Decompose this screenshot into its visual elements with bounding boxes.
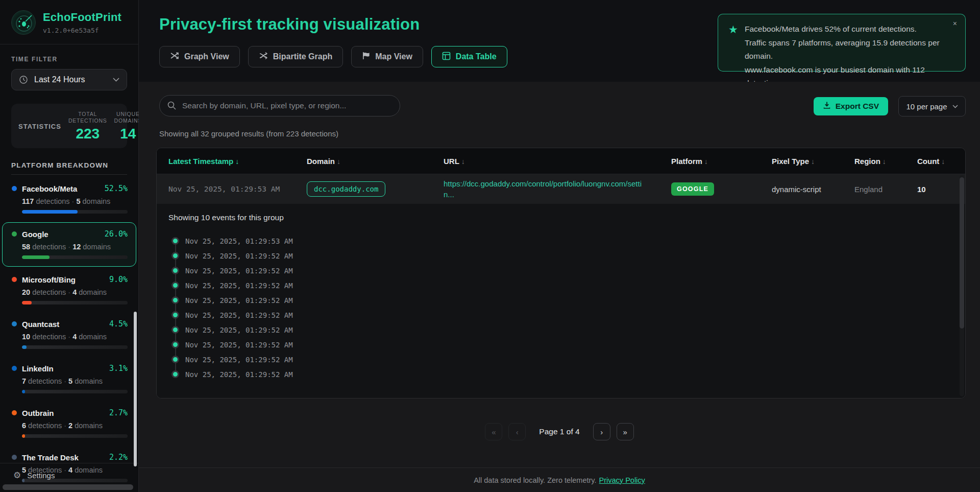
platform-item-microsoft[interactable]: Microsoft/Bing 9.0% 20 detections·4 doma… [0,268,138,312]
view-switcher: Graph View Bipartite Graph Map View [159,46,507,67]
event-dot-icon [172,341,179,348]
platform-color-dot [12,410,17,415]
per-page-select[interactable]: 10 per page [898,96,966,116]
platform-counts: 20 detections·4 domains [12,288,128,296]
next-page-button[interactable]: › [593,423,610,440]
horizontal-scrollbar[interactable] [3,484,133,490]
domain-chip[interactable]: dcc.godaddy.com [307,181,385,197]
event-dot-icon [172,282,179,289]
column-header-timestamp[interactable]: Latest Timestamp↓ [168,157,307,166]
export-csv-label: Export CSV [836,102,879,111]
sidebar-scrollbar-thumb[interactable] [134,312,137,466]
bipartite-graph-label: Bipartite Graph [273,52,332,61]
event-item: Nov 25, 2025, 01:29:52 AM [172,337,953,352]
column-header-url[interactable]: URL↓ [444,157,671,166]
event-dot-icon [172,311,179,319]
event-item: Nov 25, 2025, 01:29:52 AM [172,263,953,278]
table-header-row: Latest Timestamp↓ Domain↓ URL↓ Platform↓… [157,148,965,174]
app-logo-icon [11,10,36,35]
data-table-label: Data Table [456,52,497,61]
search-input[interactable] [159,95,400,116]
column-header-region[interactable]: Region↓ [854,157,917,166]
export-csv-button[interactable]: Export CSV [814,97,888,115]
total-detections-stat: TOTALDETECTIONS 223 [68,111,107,142]
chevron-down-icon [952,105,958,108]
map-view-button[interactable]: Map View [351,46,423,67]
platform-progress-bar [22,301,128,304]
data-table-button[interactable]: Data Table [431,46,507,67]
platform-percent: 4.5% [109,319,128,329]
map-flag-icon [362,52,370,62]
platform-name: The Trade Desk [22,453,104,462]
star-icon: ★ [728,24,738,36]
prev-page-button[interactable]: ‹ [508,423,526,440]
platform-color-dot [12,366,17,371]
platform-counts: 6 detections·2 domains [12,421,128,430]
platform-percent: 9.0% [109,275,128,284]
settings-button[interactable]: ⚙ Settings [0,463,138,480]
graph-view-icon [170,52,179,62]
chevron-down-icon [113,78,119,82]
bipartite-graph-button[interactable]: Bipartite Graph [248,46,343,67]
first-page-button[interactable]: « [485,423,502,440]
app-version: v1.2.0+6e53a5f [43,27,121,34]
sort-arrow-icon: ↓ [811,157,815,166]
expanded-group-panel: Showing 10 events for this group Nov 25,… [157,204,965,399]
table-icon [442,52,451,62]
statistics-label: STATISTICS [18,123,61,130]
sidebar: EchoFootPrint v1.2.0+6e53a5f TIME FILTER… [0,0,139,492]
last-page-button[interactable]: » [617,423,634,440]
platform-color-dot [12,455,17,460]
table-scrollbar-track[interactable] [960,175,964,396]
download-icon [823,101,831,111]
privacy-policy-link[interactable]: Privacy Policy [599,476,645,484]
url-link[interactable]: https://dcc.godaddy.com/control/portfoli… [444,178,648,200]
footer: All data stored locally. Zero telemetry.… [139,467,980,492]
platform-item-google[interactable]: Google 26.0% 58 detections·12 domains [2,222,136,267]
time-filter-label: TIME FILTER [11,56,127,63]
event-dot-icon [172,356,179,363]
platform-name: LinkedIn [22,364,104,373]
graph-view-button[interactable]: Graph View [159,46,240,67]
column-header-pixel-type[interactable]: Pixel Type↓ [772,157,854,166]
event-list: Nov 25, 2025, 01:29:53 AM Nov 25, 2025, … [172,233,953,382]
sort-arrow-icon: ↓ [461,157,465,166]
platform-percent: 2.7% [109,408,128,417]
platform-progress-bar [22,434,128,438]
platform-counts: 58 detections·12 domains [12,243,128,251]
cell-region: England [854,185,917,194]
platform-counts: 7 detections·5 domains [12,377,128,385]
platform-item-quantcast[interactable]: Quantcast 4.5% 10 detections·4 domains [0,312,138,357]
platform-item-outbrain[interactable]: Outbrain 2.7% 6 detections·2 domains [0,401,138,446]
page-indicator: Page 1 of 4 [539,427,579,436]
cell-pixel-type: dynamic-script [772,185,854,194]
table-row[interactable]: Nov 25, 2025, 01:29:53 AM dcc.godaddy.co… [157,174,965,204]
event-item: Nov 25, 2025, 01:29:52 AM [172,293,953,308]
event-dot-icon [172,252,179,260]
platform-color-dot [12,186,17,191]
platform-item-linkedin[interactable]: LinkedIn 3.1% 7 detections·5 domains [0,357,138,401]
insight-line: Traffic spans 7 platforms, averaging 15.… [745,36,943,63]
column-header-platform[interactable]: Platform↓ [671,157,772,166]
statistics-card: STATISTICS TOTALDETECTIONS 223 UNIQUEDOM… [11,104,127,148]
graph-view-label: Graph View [184,52,229,61]
bipartite-graph-icon [259,52,268,62]
group-note: Showing 10 events for this group [168,213,953,222]
column-header-domain[interactable]: Domain↓ [307,157,444,166]
column-header-count[interactable]: Count↓ [917,157,953,166]
platform-list: Facebook/Meta 52.5% 117 detections·5 dom… [0,177,138,490]
platform-progress-bar [22,255,128,259]
insight-toast: ★ Facebook/Meta drives 52% of current de… [718,14,966,72]
platform-color-dot [12,231,17,237]
close-icon[interactable]: × [953,19,957,28]
gear-icon: ⚙ [13,471,21,480]
platform-percent: 52.5% [105,184,128,193]
platform-item-facebook[interactable]: Facebook/Meta 52.5% 117 detections·5 dom… [0,177,138,221]
time-filter-select[interactable]: Last 24 Hours [11,69,127,90]
table-scrollbar-thumb[interactable] [960,177,964,329]
sort-arrow-icon: ↓ [704,157,708,166]
platform-percent: 26.0% [105,229,128,239]
platform-color-dot [12,277,17,282]
per-page-value: 10 per page [906,102,947,111]
event-dot-icon [172,296,179,304]
